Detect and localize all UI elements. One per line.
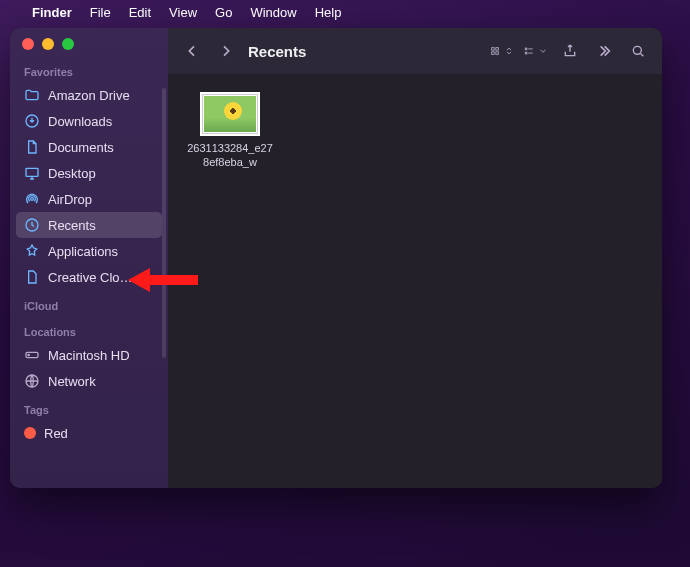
sidebar-item-downloads[interactable]: Downloads <box>16 108 162 134</box>
svg-rect-7 <box>492 48 495 51</box>
sidebar-item-network[interactable]: Network <box>16 368 162 394</box>
globe-icon <box>24 373 40 389</box>
download-icon <box>24 113 40 129</box>
content-area[interactable]: 2631133284_e27 8ef8eba_w <box>168 74 662 488</box>
toolbar: Recents <box>168 28 662 74</box>
sidebar-item-label: Red <box>44 426 154 441</box>
disk-icon <box>24 347 40 363</box>
document-icon <box>24 139 40 155</box>
menu-go[interactable]: Go <box>215 5 232 20</box>
sidebar-item-label: Downloads <box>48 114 154 129</box>
sidebar-item-label: Recents <box>48 218 154 233</box>
sidebar-item-label: Applications <box>48 244 154 259</box>
svg-rect-8 <box>496 48 499 51</box>
svg-rect-10 <box>496 52 499 55</box>
sidebar-section-icloud: iCloud <box>10 290 168 316</box>
airdrop-icon <box>24 191 40 207</box>
svg-point-13 <box>633 46 641 54</box>
menu-help[interactable]: Help <box>315 5 342 20</box>
share-button[interactable] <box>558 39 582 63</box>
menubar-app-name[interactable]: Finder <box>32 5 72 20</box>
sidebar-item-macintosh-hd[interactable]: Macintosh HD <box>16 342 162 368</box>
sidebar-item-creative-cloud[interactable]: Creative Clo… <box>16 264 162 290</box>
file-thumbnail <box>200 92 260 136</box>
sidebar-item-label: Documents <box>48 140 154 155</box>
sidebar-locations-list: Macintosh HD Network <box>10 342 168 394</box>
menubar: Finder File Edit View Go Window Help <box>0 0 690 24</box>
folder-icon <box>24 87 40 103</box>
sidebar-tags-list: Red <box>10 420 168 446</box>
forward-button[interactable] <box>214 39 238 63</box>
window-title: Recents <box>248 43 306 60</box>
svg-point-2 <box>31 198 34 201</box>
file-icon <box>24 269 40 285</box>
sidebar-tag-red[interactable]: Red <box>16 420 162 446</box>
close-button[interactable] <box>22 38 34 50</box>
finder-window: Favorites Amazon Drive Downloads Documen… <box>10 28 662 488</box>
more-button[interactable] <box>592 39 616 63</box>
file-grid: 2631133284_e27 8ef8eba_w <box>182 92 648 170</box>
menu-window[interactable]: Window <box>250 5 296 20</box>
file-name: 2631133284_e27 8ef8eba_w <box>187 142 273 170</box>
menu-edit[interactable]: Edit <box>129 5 151 20</box>
sidebar-item-airdrop[interactable]: AirDrop <box>16 186 162 212</box>
sidebar-scrollbar[interactable] <box>162 88 166 358</box>
sidebar-item-desktop[interactable]: Desktop <box>16 160 162 186</box>
sidebar-item-applications[interactable]: Applications <box>16 238 162 264</box>
svg-rect-9 <box>492 52 495 55</box>
sidebar-section-locations: Locations <box>10 316 168 342</box>
window-controls <box>10 28 168 56</box>
desktop-icon <box>24 165 40 181</box>
sidebar-item-label: Amazon Drive <box>48 88 154 103</box>
menu-file[interactable]: File <box>90 5 111 20</box>
minimize-button[interactable] <box>42 38 54 50</box>
sidebar-section-tags: Tags <box>10 394 168 420</box>
tag-swatch-icon <box>24 427 36 439</box>
svg-rect-12 <box>525 52 527 54</box>
sidebar-favorites-list: Amazon Drive Downloads Documents Desktop… <box>10 82 168 290</box>
sidebar-item-label: Network <box>48 374 154 389</box>
svg-point-5 <box>28 354 29 355</box>
sidebar-item-label: AirDrop <box>48 192 154 207</box>
svg-rect-11 <box>525 48 527 50</box>
sidebar-item-label: Desktop <box>48 166 154 181</box>
sidebar: Favorites Amazon Drive Downloads Documen… <box>10 28 168 488</box>
zoom-button[interactable] <box>62 38 74 50</box>
sidebar-item-label: Macintosh HD <box>48 348 154 363</box>
view-icon-button[interactable] <box>490 39 514 63</box>
svg-rect-1 <box>26 168 38 176</box>
sidebar-item-label: Creative Clo… <box>48 270 154 285</box>
sidebar-section-favorites: Favorites <box>10 56 168 82</box>
back-button[interactable] <box>180 39 204 63</box>
sidebar-item-recents[interactable]: Recents <box>16 212 162 238</box>
file-item[interactable]: 2631133284_e27 8ef8eba_w <box>182 92 278 170</box>
sidebar-item-amazon-drive[interactable]: Amazon Drive <box>16 82 162 108</box>
search-button[interactable] <box>626 39 650 63</box>
menu-view[interactable]: View <box>169 5 197 20</box>
group-by-button[interactable] <box>524 39 548 63</box>
apps-icon <box>24 243 40 259</box>
clock-icon <box>24 217 40 233</box>
main-panel: Recents 2631133284_e27 <box>168 28 662 488</box>
sidebar-item-documents[interactable]: Documents <box>16 134 162 160</box>
